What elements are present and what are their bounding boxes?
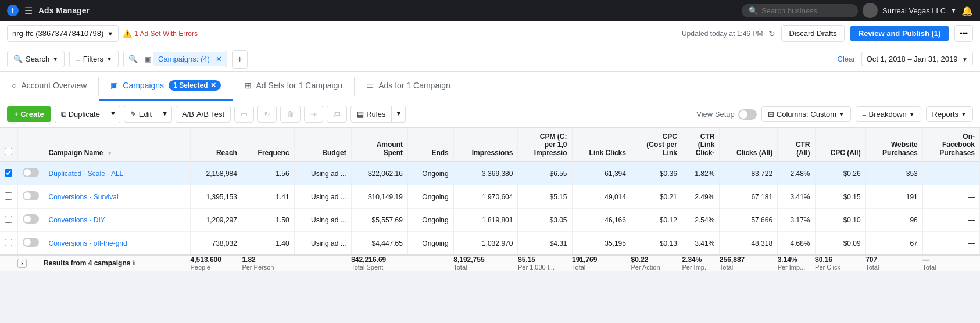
discard-drafts-button[interactable]: Discard Drafts — [781, 25, 844, 42]
date-range-picker[interactable]: Oct 1, 2018 – Jan 31, 2019 ▼ — [861, 52, 973, 66]
row-checkbox[interactable] — [5, 169, 12, 177]
selected-badge: 1 Selected ✕ — [169, 80, 220, 91]
campaign-name-link[interactable]: Duplicated - Scale - ALL — [49, 170, 124, 178]
header-campaign-name[interactable]: Campaign Name ▼ — [44, 128, 191, 162]
duplicate-button[interactable]: ⧉ Duplicate — [55, 106, 106, 123]
refresh-button[interactable]: ↻ — [257, 106, 277, 123]
row-campaign-name: Conversions - Survival — [44, 185, 191, 209]
tab-account-overview[interactable]: ○ Account Overview — [0, 72, 98, 101]
header-clicks-all[interactable]: Clicks (All) — [720, 128, 778, 162]
footer-link-clicks: 191,769 Total — [572, 255, 631, 271]
search-business-input[interactable] — [761, 6, 843, 15]
more-options-button[interactable]: ••• — [954, 25, 973, 42]
campaign-filter-tag[interactable]: Campaigns: (4) ✕ — [153, 52, 227, 66]
row-checkbox-cell — [0, 232, 17, 256]
selected-count: 1 Selected — [173, 81, 208, 89]
view-setup-switch[interactable] — [738, 109, 757, 120]
delete-button[interactable]: 🗑 — [280, 106, 301, 123]
row-campaign-name: Conversions - DIY — [44, 209, 191, 232]
edit-button[interactable]: ✎ Edit — [124, 106, 158, 123]
row-cpm: $6.55 — [518, 162, 572, 185]
columns-button[interactable]: ⊞ Columns: Custom ▼ — [761, 106, 851, 122]
archive-icon: ▭ — [241, 110, 248, 119]
add-filter-button[interactable]: + — [232, 50, 248, 69]
clear-filters-button[interactable]: Clear — [838, 55, 856, 63]
tab-ads[interactable]: ▭ Ads for 1 Campaign — [355, 72, 462, 101]
info-icon[interactable]: ℹ — [133, 260, 135, 267]
tab-ad-sets[interactable]: ⊞ Ad Sets for 1 Campaign — [233, 72, 355, 101]
select-all-checkbox[interactable] — [5, 148, 12, 155]
duplicate-dropdown-button[interactable]: ▼ — [106, 106, 120, 123]
header-budget[interactable]: Budget — [294, 128, 351, 162]
rules-dropdown-button[interactable]: ▼ — [392, 106, 406, 123]
table-row: Duplicated - Scale - ALL 2,158,984 1.56 … — [0, 162, 980, 185]
bell-icon[interactable]: 🔔 — [961, 5, 973, 16]
search-business-box[interactable]: 🔍 — [742, 4, 858, 17]
chevron-down-icon[interactable]: ▼ — [950, 7, 957, 14]
campaign-toggle[interactable] — [23, 214, 39, 224]
search-button[interactable]: 🔍 Search ▼ — [7, 51, 65, 67]
ab-test-label: A/B Test — [196, 110, 224, 119]
duplicate-button-group: ⧉ Duplicate ▼ — [55, 106, 120, 123]
horizontal-scrollbar[interactable] — [0, 271, 980, 278]
header-link-clicks[interactable]: Link Clicks — [572, 128, 631, 162]
row-ends: Ongoing — [407, 162, 453, 185]
footer-cpm: $5.15 Per 1,000 I... — [518, 255, 572, 271]
header-checkbox-cell — [0, 128, 17, 162]
header-impressions[interactable]: Impressions — [453, 128, 518, 162]
refresh-icon[interactable]: ↻ — [768, 29, 775, 38]
rules-icon: ▤ — [357, 110, 364, 119]
campaign-name-link[interactable]: Conversions - off-the-grid — [49, 239, 127, 247]
footer-on-facebook-sub: Total — [922, 264, 979, 271]
header-amount-spent[interactable]: AmountSpent — [351, 128, 407, 162]
campaign-toggle[interactable] — [23, 191, 39, 200]
reports-button[interactable]: Reports ▼ — [926, 106, 973, 122]
hamburger-icon[interactable]: ☰ — [24, 5, 33, 16]
create-button[interactable]: + Create — [7, 106, 51, 122]
header-website-purchases[interactable]: WebsitePurchases — [865, 128, 922, 162]
filters-button[interactable]: ≡ Filters ▼ — [69, 51, 119, 67]
archive-button[interactable]: ▭ — [234, 106, 254, 123]
row-checkbox[interactable] — [5, 216, 12, 223]
tag-button[interactable]: 🏷 — [327, 106, 347, 123]
campaign-toggle[interactable] — [23, 238, 39, 247]
footer-reach-sub: People — [191, 264, 242, 271]
header-ctr-link[interactable]: CTR(LinkClick- — [682, 128, 719, 162]
ab-test-button[interactable]: A/B A/B Test — [176, 106, 231, 123]
action-row: + Create ⧉ Duplicate ▼ ✎ Edit ▼ A/B A/B … — [0, 101, 980, 128]
header-cpm[interactable]: CPM (C:per 1,0Impressio — [518, 128, 572, 162]
header-ctr-all[interactable]: CTR(All) — [778, 128, 815, 162]
filter-tag-close-icon[interactable]: ✕ — [216, 55, 222, 63]
row-cpm: $3.05 — [518, 209, 572, 232]
breakdown-label: Breakdown — [869, 110, 907, 119]
expand-icon[interactable]: › — [17, 259, 27, 268]
campaign-name-link[interactable]: Conversions - Survival — [49, 193, 119, 201]
header-cpc-all[interactable]: CPC (All) — [815, 128, 865, 162]
edit-dropdown-button[interactable]: ▼ — [158, 106, 172, 123]
tab-campaigns[interactable]: ▣ Campaigns 1 Selected ✕ — [99, 72, 232, 101]
account-selector[interactable]: nrg-ffc (386737478410798) ▼ — [7, 25, 119, 42]
share-button[interactable]: ⇥ — [304, 106, 323, 123]
breakdown-button[interactable]: ≡ Breakdown ▼ — [856, 106, 921, 122]
campaign-name-link[interactable]: Conversions - DIY — [49, 216, 105, 224]
header-on-facebook[interactable]: On-FacebookPurchases — [922, 128, 979, 162]
header-cpc-link[interactable]: CPC(Cost perLink — [631, 128, 682, 162]
filter-search-box: 🔍 ▣ Campaigns: (4) ✕ — [123, 51, 227, 67]
toggle-knob — [24, 169, 31, 176]
row-budget: Using ad ... — [294, 232, 351, 256]
rules-button[interactable]: ▤ Rules — [350, 106, 392, 123]
header-reach[interactable]: Reach — [191, 128, 242, 162]
footer-ctr-link-value: 2.34% — [682, 256, 719, 264]
campaign-toggle[interactable] — [23, 168, 39, 177]
footer-clicks-all: 256,887 Total — [720, 255, 778, 271]
tab-campaigns-label: Campaigns — [123, 81, 164, 90]
avatar[interactable] — [863, 3, 878, 18]
footer-cpm-value: $5.15 — [518, 256, 572, 264]
badge-close-icon[interactable]: ✕ — [210, 81, 216, 89]
header-frequency[interactable]: Frequenc — [242, 128, 294, 162]
row-checkbox[interactable] — [5, 239, 12, 246]
header-ends[interactable]: Ends — [407, 128, 453, 162]
publish-button[interactable]: Review and Publish (1) — [850, 26, 949, 41]
row-checkbox[interactable] — [5, 192, 12, 200]
footer-clicks-all-value: 256,887 — [720, 256, 778, 264]
